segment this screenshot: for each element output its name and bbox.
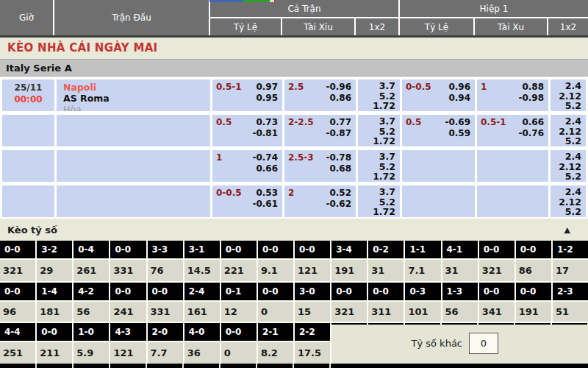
score-cell[interactable]: 3-0 (295, 283, 330, 300)
score-cell[interactable]: 1-2 (553, 241, 588, 258)
score-odds-cell[interactable]: 8.2 (258, 342, 293, 364)
ft-handicap-cell[interactable]: 1-0.740.66 (212, 150, 282, 182)
score-odds-cell[interactable]: 331 (110, 260, 146, 281)
score-cell[interactable]: 4-2 (74, 283, 109, 300)
score-odds-cell[interactable]: 101 (405, 302, 440, 322)
score-cell[interactable]: 1-0 (74, 323, 109, 341)
h1-handicap-cell[interactable]: 0-0.50.960.94 (402, 79, 475, 111)
score-odds-cell[interactable]: 15 (295, 302, 330, 322)
ft-1x2-cell[interactable]: 3.75.21.72 (358, 115, 400, 146)
ft-1x2-cell[interactable]: 3.75.21.72 (358, 185, 400, 217)
score-cell[interactable]: 0-0 (0, 241, 35, 258)
score-odds-cell[interactable]: 211 (37, 342, 72, 364)
h1-overunder-cell[interactable]: 0.5-10.66-0.76 (477, 115, 548, 146)
score-odds-cell[interactable]: 7.1 (405, 260, 440, 281)
score-cell[interactable]: 3-3 (148, 241, 183, 258)
score-odds-cell[interactable]: 161 (184, 302, 220, 322)
score-odds-cell[interactable]: 221 (221, 260, 257, 281)
score-odds-cell[interactable]: 96 (0, 302, 35, 322)
score-odds-cell[interactable]: 191 (331, 260, 367, 281)
score-odds-cell[interactable]: 321 (479, 260, 514, 281)
ft-overunder-cell[interactable]: 2.5-0.960.86 (284, 79, 356, 111)
score-cell[interactable]: 0-0 (221, 241, 257, 258)
score-cell[interactable]: 2-1 (258, 323, 293, 341)
score-odds-cell[interactable]: 76 (148, 260, 183, 281)
score-cell[interactable]: 0-0 (295, 241, 330, 258)
score-cell[interactable]: 0-0 (110, 283, 146, 300)
score-odds-cell[interactable]: 17.5 (295, 342, 330, 364)
score-odds-cell[interactable]: 181 (37, 302, 72, 322)
score-cell[interactable]: 0-0 (479, 241, 514, 258)
score-odds-cell[interactable]: 251 (0, 342, 35, 364)
score-cell[interactable]: 0-0 (0, 283, 35, 300)
score-odds-cell[interactable]: 7.7 (148, 342, 183, 364)
score-cell[interactable]: 0-0 (110, 241, 146, 258)
score-cell[interactable]: 0-0 (148, 283, 183, 300)
score-odds-cell[interactable]: 311 (368, 302, 404, 322)
score-odds-cell[interactable]: 191 (516, 302, 551, 322)
score-odds-cell[interactable]: 51 (553, 302, 588, 322)
score-cell[interactable]: 0-4 (74, 241, 109, 258)
score-odds-cell[interactable]: 0 (258, 302, 293, 322)
h1-handicap-cell[interactable]: 0.5-0.690.59 (402, 115, 475, 146)
h1-overunder-cell[interactable]: 10.88-0.98 (477, 79, 548, 111)
score-cell[interactable]: 4-3 (110, 323, 146, 341)
score-odds-cell[interactable]: 5.9 (74, 342, 109, 364)
ft-handicap-cell[interactable]: 0-0.50.53-0.61 (212, 185, 282, 217)
score-cell[interactable]: 1-3 (442, 283, 478, 300)
score-odds-cell[interactable]: 321 (0, 260, 35, 281)
score-cell[interactable]: 0-0 (479, 283, 514, 300)
score-cell[interactable]: 3-1 (184, 241, 220, 258)
score-odds-cell[interactable]: 12 (221, 302, 257, 322)
score-odds-cell[interactable]: 9.1 (258, 260, 293, 281)
other-score-input[interactable]: 0 (469, 333, 498, 354)
score-cell[interactable]: 1-4 (37, 283, 72, 300)
score-odds-cell[interactable]: 121 (295, 260, 330, 281)
score-cell[interactable]: 2-0 (148, 323, 183, 341)
score-odds-cell[interactable]: 121 (110, 342, 146, 364)
score-cell[interactable]: 4-1 (442, 241, 478, 258)
score-cell[interactable]: 1-1 (405, 241, 440, 258)
score-odds-cell[interactable]: 56 (74, 302, 109, 322)
score-cell[interactable]: 0-0 (331, 283, 367, 300)
score-cell[interactable]: 0-0 (516, 283, 551, 300)
score-cell[interactable]: 2-2 (295, 323, 330, 341)
ft-1x2-cell[interactable]: 3.75.21.72 (358, 150, 400, 182)
score-odds-cell[interactable]: 17 (553, 260, 588, 281)
score-cell[interactable]: 3-4 (331, 241, 367, 258)
score-odds-cell[interactable]: 341 (479, 302, 514, 322)
score-cell[interactable]: 0-1 (221, 283, 257, 300)
score-cell[interactable]: 0-2 (368, 241, 404, 258)
score-odds-cell[interactable]: 321 (331, 302, 367, 322)
h1-1x2-cell[interactable]: 2.42.125.2 (551, 185, 586, 217)
score-cell[interactable]: 0-0 (37, 323, 72, 341)
h1-1x2-cell[interactable]: 2.42.125.2 (551, 115, 586, 146)
ft-overunder-cell[interactable]: 2.5-3-0.780.68 (284, 150, 356, 182)
score-cell[interactable]: 2-4 (184, 283, 220, 300)
h1-1x2-cell[interactable]: 2.42.125.2 (551, 79, 586, 111)
score-odds-cell[interactable]: 241 (110, 302, 146, 322)
score-odds-cell[interactable]: 31 (368, 260, 404, 281)
score-cell[interactable]: 0-0 (221, 323, 257, 341)
score-odds-cell[interactable]: 14.5 (184, 260, 220, 281)
score-odds-cell[interactable]: 331 (148, 302, 183, 322)
score-cell[interactable]: 0-3 (405, 283, 440, 300)
score-cell[interactable]: 0-0 (516, 241, 551, 258)
score-cell[interactable]: 0-0 (368, 283, 404, 300)
ft-overunder-cell[interactable]: 20.52-0.62 (284, 185, 356, 217)
score-cell[interactable]: 0-0 (258, 283, 293, 300)
score-odds-cell[interactable]: 31 (442, 260, 478, 281)
score-odds-cell[interactable]: 36 (184, 342, 220, 364)
score-cell[interactable]: 2-3 (553, 283, 588, 300)
ft-1x2-cell[interactable]: 3.75.21.72 (358, 79, 400, 111)
score-odds-cell[interactable]: 56 (442, 302, 478, 322)
ft-handicap-cell[interactable]: 0.50.73-0.81 (212, 115, 282, 146)
collapse-arrow-icon[interactable]: ▲ (564, 225, 570, 235)
score-odds-cell[interactable]: 0 (221, 342, 257, 364)
ft-overunder-cell[interactable]: 2-2.50.77-0.87 (284, 115, 356, 146)
score-cell[interactable]: 4-0 (184, 323, 220, 341)
score-odds-cell[interactable]: 29 (37, 260, 72, 281)
score-odds-cell[interactable]: 86 (516, 260, 551, 281)
score-cell[interactable]: 4-4 (0, 323, 35, 341)
h1-1x2-cell[interactable]: 2.42.125.2 (551, 150, 586, 182)
